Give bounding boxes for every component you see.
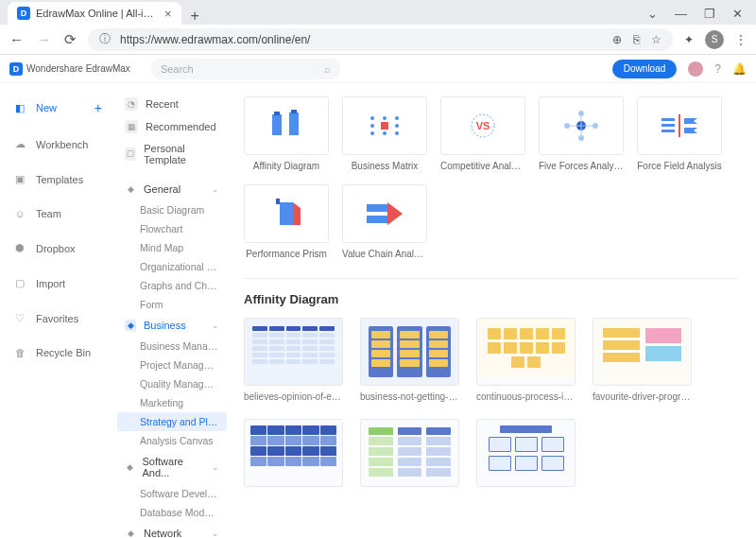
nav-arrows: ← → ⟳ (9, 31, 77, 48)
star-icon[interactable]: ☆ (651, 33, 662, 46)
chevron-down-icon[interactable]: ⌄ (647, 7, 658, 21)
cat-sub-strategy-and-planning[interactable]: Strategy and Planning (117, 412, 227, 431)
address-bar[interactable]: ⓘ https://www.edrawmax.com/online/en/ ⊕ … (88, 28, 673, 51)
example-thumb (360, 419, 459, 487)
template-card-affinity-diagram[interactable]: Affinity Diagram (244, 96, 329, 171)
tab-close-icon[interactable]: × (164, 7, 172, 21)
cat-sub-basic-diagram[interactable]: Basic Diagram (117, 200, 227, 219)
template-thumb (342, 96, 427, 155)
maximize-icon[interactable]: ❐ (704, 7, 715, 21)
browser-tab-strip: D EdrawMax Online | All-in-One Diag × + … (0, 0, 756, 25)
browser-tab[interactable]: D EdrawMax Online | All-in-One Diag × (8, 2, 181, 25)
sidebar-item-label: New (36, 102, 57, 113)
cat-sub-flowchart[interactable]: Flowchart (117, 219, 227, 238)
affinity-example-card[interactable] (476, 419, 576, 493)
section-title: Affinity Diagram (244, 292, 739, 306)
cat-section-label: General (144, 183, 180, 195)
app-logo[interactable]: D Wondershare EdrawMax (9, 62, 130, 76)
sidebar-item-templates[interactable]: ▣ Templates (6, 167, 110, 191)
svg-rect-3 (291, 110, 297, 113)
cat-sub-marketing[interactable]: Marketing (117, 393, 227, 412)
help-icon[interactable]: ? (714, 62, 721, 76)
chevron-down-icon: ⌄ (212, 529, 219, 538)
affinity-example-card[interactable]: continuous-process-impro... (476, 318, 576, 402)
cat-top-personal-template[interactable]: ☐Personal Template (117, 138, 227, 170)
template-label: Competitive Analysis (440, 161, 525, 171)
cat-sub-business-management[interactable]: Business Management (117, 337, 227, 356)
plus-icon[interactable]: + (94, 100, 102, 115)
template-card-value-chain-analysis[interactable]: Value Chain Analysis (342, 184, 427, 259)
cat-section-network[interactable]: ◆Network⌄ (117, 522, 227, 538)
personal template-icon: ☐ (125, 148, 136, 161)
affinity-example-card[interactable] (360, 419, 459, 493)
user-avatar-icon[interactable] (688, 61, 703, 77)
example-thumb (244, 318, 343, 386)
sidebar-item-new[interactable]: ◧ New + (6, 95, 110, 121)
svg-marker-29 (684, 128, 697, 133)
cat-top-recommended[interactable]: ▦Recommended (117, 115, 227, 138)
cat-sub-analysis-canvas[interactable]: Analysis Canvas (117, 431, 227, 450)
site-info-icon[interactable]: ⓘ (99, 31, 111, 47)
cat-top-label: Personal Template (144, 143, 219, 165)
cat-section-software-and-[interactable]: ◆Software And...⌄ (117, 450, 227, 484)
back-icon[interactable]: ← (9, 31, 24, 48)
cat-sub-mind-map[interactable]: Mind Map (117, 238, 227, 257)
template-card-competitive-analysis[interactable]: VS Competitive Analysis (440, 96, 525, 171)
cat-sub-form[interactable]: Form (117, 295, 227, 314)
sidebar-item-label: Templates (36, 174, 83, 185)
template-thumb (244, 96, 329, 155)
zoom-icon[interactable]: ⊕ (612, 33, 622, 46)
template-label: Business Matrix (342, 161, 427, 171)
minimize-icon[interactable]: — (675, 7, 687, 21)
template-card-five-forces-analysis[interactable]: Five Forces Analysis (539, 96, 624, 171)
close-window-icon[interactable]: ✕ (732, 7, 743, 21)
primary-sidebar: ◧ New +☁ Workbench ▣ Templates ☺ Team ⬢ … (0, 83, 115, 538)
cat-sub-database-modeling[interactable]: Database Modeling (117, 503, 227, 522)
cat-sub-quality-management[interactable]: Quality Management (117, 374, 227, 393)
sidebar-item-favorites[interactable]: ♡ Favorites (6, 306, 110, 330)
brand-text: Wondershare EdrawMax (26, 63, 130, 74)
template-thumb (244, 184, 329, 243)
profile-avatar[interactable]: S (705, 30, 724, 49)
cat-sub-graphs-and-charts[interactable]: Graphs and Charts (117, 276, 227, 295)
new-tab-icon[interactable]: + (191, 8, 199, 25)
chevron-down-icon: ⌄ (212, 321, 219, 330)
bell-icon[interactable]: 🔔 (732, 62, 747, 76)
install-icon[interactable]: ⎘ (633, 33, 640, 46)
affinity-example-card[interactable] (244, 419, 343, 493)
cat-section-general[interactable]: ◆General⌄ (117, 178, 227, 200)
template-card-force-field-analysis[interactable]: Force Field Analysis (637, 96, 722, 171)
svg-point-5 (383, 116, 387, 120)
svg-rect-1 (289, 113, 299, 135)
menu-icon[interactable]: ⋮ (735, 33, 747, 46)
svg-point-12 (395, 131, 399, 135)
browser-actions: ✦ S ⋮ (684, 30, 747, 49)
extensions-icon[interactable]: ✦ (684, 33, 694, 46)
reload-icon[interactable]: ⟳ (64, 31, 77, 48)
cat-top-recent[interactable]: ◔Recent (117, 93, 227, 115)
forward-icon[interactable]: → (37, 31, 51, 48)
sidebar-item-label: Recycle Bin (36, 347, 91, 358)
affinity-grid: believes-opinion-of-emplo... business-no… (244, 318, 739, 493)
affinity-example-card[interactable]: believes-opinion-of-emplo... (244, 318, 343, 402)
affinity-example-card[interactable]: business-not-getting-sales-... (360, 318, 459, 402)
affinity-example-card[interactable]: favourite-driver-program-a... (593, 318, 692, 402)
sidebar-item-label: Dropbox (36, 243, 76, 254)
cat-section-business[interactable]: ◆Business⌄ (117, 314, 227, 337)
template-card-performance-prism[interactable]: Performance Prism (244, 184, 329, 259)
cat-sub-project-management[interactable]: Project Management (117, 356, 227, 374)
sidebar-item-dropbox[interactable]: ⬢ Dropbox (6, 236, 110, 260)
search-input[interactable]: Search ⌕ (151, 59, 340, 79)
sidebar-item-team[interactable]: ☺ Team (6, 202, 110, 225)
sidebar-item-workbench[interactable]: ☁ Workbench (6, 132, 110, 156)
cat-sub-software-development[interactable]: Software Development (117, 484, 227, 503)
svg-rect-8 (381, 122, 388, 130)
sidebar-item-recycle-bin[interactable]: 🗑 Recycle Bin (6, 341, 110, 364)
sidebar-item-import[interactable]: ▢ Import (6, 271, 110, 295)
template-thumb (637, 96, 722, 155)
recommended-icon: ▦ (125, 120, 138, 133)
template-card-business-matrix[interactable]: Business Matrix (342, 96, 427, 171)
cat-sub-organizational-chart[interactable]: Organizational Chart (117, 257, 227, 276)
download-button[interactable]: Download (612, 60, 677, 78)
window-controls: ⌄ — ❐ ✕ (647, 7, 748, 25)
